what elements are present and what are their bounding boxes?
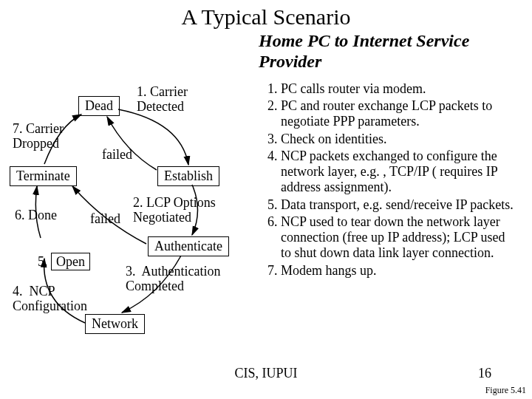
step-item: PC and router exchange LCP packets to ne… [281, 98, 519, 129]
step-item: Data transport, e.g. send/receive IP pac… [281, 197, 519, 213]
slide-subtitle: Home PC to Internet Service Provider [259, 31, 525, 72]
figure-reference: Figure 5.41 [485, 385, 526, 396]
step-item: NCP used to tear down the network layer … [281, 214, 519, 262]
edge-auth-completed: 3. Authentication Completed [126, 265, 220, 294]
state-terminate: Terminate [10, 166, 77, 186]
page-number: 16 [478, 366, 491, 381]
steps-list: PC calls router via modem. PC and router… [260, 81, 519, 280]
slide-title: A Typical Scenario [0, 4, 532, 30]
state-establish: Establish [157, 166, 219, 186]
edge-failed-authenticate: failed [90, 212, 120, 227]
state-authenticate: Authenticate [148, 236, 229, 256]
step-item: Check on identities. [281, 132, 519, 147]
step-item: PC calls router via modem. [281, 81, 519, 97]
state-open: 5. Open [31, 240, 90, 270]
edge-ncp-configuration: 4. NCP Configuration [13, 284, 87, 314]
state-network: Network [85, 314, 145, 334]
edge-carrier-dropped: 7. Carrier Dropped [13, 122, 64, 151]
edge-failed-establish: failed [102, 148, 132, 163]
edge-done: 6. Done [15, 208, 57, 223]
edge-lcp-options: 2. LCP Options Negotiated [133, 196, 216, 225]
footer-text: CIS, IUPUI [0, 366, 532, 381]
edge-carrier-detected: 1. Carrier Detected [137, 85, 188, 115]
step-item: Modem hangs up. [281, 263, 519, 279]
state-dead: Dead [78, 96, 120, 116]
step-item: NCP packets exchanged to configure the n… [281, 149, 519, 196]
